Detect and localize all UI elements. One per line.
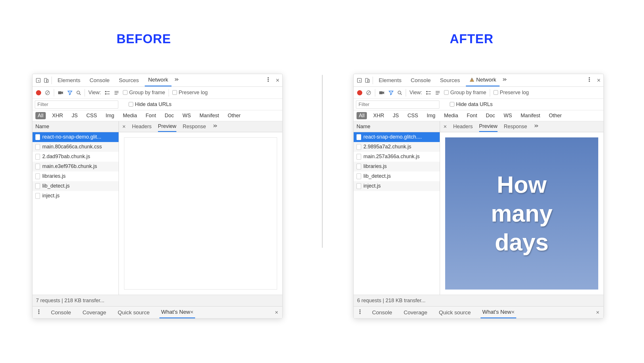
close-icon[interactable]: ×	[596, 309, 599, 316]
close-icon[interactable]: ×	[122, 123, 126, 130]
type-filter-all[interactable]: All	[35, 112, 46, 119]
close-icon[interactable]: ×	[276, 77, 279, 84]
request-row[interactable]: lib_detect.js	[33, 181, 119, 191]
request-row[interactable]: main.e3ef976b.chunk.js	[33, 162, 119, 171]
close-icon[interactable]: ×	[511, 309, 515, 315]
preserve-log-checkbox[interactable]: Preserve log	[172, 90, 208, 96]
hide-data-urls-checkbox[interactable]: Hide data URLs	[129, 101, 172, 107]
type-filter-css[interactable]: CSS	[405, 112, 420, 119]
type-filter-all[interactable]: All	[357, 112, 367, 119]
type-filter-doc[interactable]: Doc	[483, 112, 497, 119]
camera-icon[interactable]	[58, 90, 64, 95]
subtab-headers[interactable]: Headers	[453, 121, 473, 132]
type-filter-doc[interactable]: Doc	[162, 112, 176, 119]
more-subtabs-icon[interactable]	[212, 123, 218, 130]
small-rows-icon[interactable]	[114, 90, 119, 95]
drawer-tab-console[interactable]: Console	[370, 307, 394, 318]
close-icon[interactable]: ×	[443, 123, 447, 130]
subtab-response[interactable]: Response	[183, 121, 206, 132]
filter-input[interactable]	[356, 101, 439, 109]
subtab-response[interactable]: Response	[504, 121, 527, 132]
hide-data-urls-checkbox[interactable]: Hide data URLs	[450, 101, 493, 107]
type-filter-xhr[interactable]: XHR	[371, 112, 386, 119]
small-rows-icon[interactable]	[435, 90, 441, 95]
group-by-frame-checkbox[interactable]: Group by frame	[123, 90, 165, 96]
tab-console[interactable]: Console	[407, 74, 434, 86]
large-rows-icon[interactable]	[104, 90, 110, 95]
request-row[interactable]: 2.dad97bab.chunk.js	[33, 152, 119, 162]
drawer-tab-quick-source[interactable]: Quick source	[437, 307, 472, 318]
request-row[interactable]: inject.js	[354, 181, 440, 191]
clear-icon[interactable]	[366, 90, 371, 96]
preserve-log-checkbox[interactable]: Preserve log	[494, 90, 529, 96]
more-tabs-icon[interactable]	[174, 77, 179, 84]
type-filter-media[interactable]: Media	[121, 112, 139, 119]
request-row[interactable]: 2.9895a7a2.chunk.js	[354, 142, 440, 152]
tab-network[interactable]: Network	[145, 74, 172, 86]
type-filter-xhr[interactable]: XHR	[50, 112, 65, 119]
group-by-frame-checkbox[interactable]: Group by frame	[444, 90, 486, 96]
large-rows-icon[interactable]	[426, 90, 431, 95]
request-row[interactable]: inject.js	[33, 191, 119, 201]
drawer-tab-console[interactable]: Console	[49, 307, 73, 318]
close-icon[interactable]: ×	[597, 77, 601, 84]
type-filter-css[interactable]: CSS	[84, 112, 99, 119]
tab-network[interactable]: Network	[466, 74, 500, 86]
device-toggle-icon[interactable]	[43, 77, 49, 83]
camera-icon[interactable]	[379, 90, 385, 95]
drawer-tab-quick-source[interactable]: Quick source	[116, 307, 151, 318]
type-filter-ws[interactable]: WS	[180, 112, 193, 119]
drawer-menu-icon[interactable]	[37, 309, 41, 316]
more-tabs-icon[interactable]	[502, 77, 507, 84]
subtab-preview[interactable]: Preview	[158, 121, 176, 132]
subtab-headers[interactable]: Headers	[132, 121, 152, 132]
request-row[interactable]: main.257a366a.chunk.js	[354, 152, 440, 162]
type-filter-img[interactable]: Img	[424, 112, 438, 119]
menu-dots-icon[interactable]	[266, 77, 270, 84]
type-filter-manifest[interactable]: Manifest	[197, 112, 221, 119]
tab-elements[interactable]: Elements	[54, 74, 84, 86]
record-button[interactable]	[357, 90, 362, 95]
type-filter-img[interactable]: Img	[103, 112, 117, 119]
more-subtabs-icon[interactable]	[534, 123, 539, 130]
request-row[interactable]: libraries.js	[33, 171, 119, 181]
request-row[interactable]: libraries.js	[354, 162, 440, 171]
type-filter-font[interactable]: Font	[464, 112, 479, 119]
tab-elements[interactable]: Elements	[375, 74, 405, 86]
request-row[interactable]: main.80ca66ca.chunk.css	[33, 142, 119, 152]
type-filter-ws[interactable]: WS	[501, 112, 514, 119]
type-filter-js[interactable]: JS	[69, 112, 80, 119]
drawer-menu-icon[interactable]	[358, 309, 362, 316]
drawer-tab-coverage[interactable]: Coverage	[402, 307, 429, 318]
type-filter-js[interactable]: JS	[390, 112, 401, 119]
close-icon[interactable]: ×	[275, 309, 278, 316]
request-row[interactable]: react-no-snap-demo.glit...	[33, 132, 119, 142]
type-filter-other[interactable]: Other	[225, 112, 243, 119]
name-column-header[interactable]: Name	[354, 121, 440, 132]
search-icon[interactable]	[397, 90, 402, 95]
request-row[interactable]: lib_detect.js	[354, 171, 440, 181]
request-row[interactable]: react-snap-demo.glitch....	[354, 132, 440, 142]
drawer-tab-what-s-new[interactable]: What's New ×	[159, 307, 195, 318]
drawer-tab-what-s-new[interactable]: What's New ×	[481, 307, 516, 318]
type-filter-other[interactable]: Other	[546, 112, 564, 119]
inspect-icon[interactable]	[35, 77, 41, 83]
type-filter-manifest[interactable]: Manifest	[518, 112, 542, 119]
type-filter-media[interactable]: Media	[442, 112, 460, 119]
clear-icon[interactable]	[45, 90, 50, 96]
name-column-header[interactable]: Name	[33, 121, 119, 132]
tab-sources[interactable]: Sources	[437, 74, 464, 86]
menu-dots-icon[interactable]	[587, 77, 592, 84]
filter-funnel-icon[interactable]	[388, 90, 394, 95]
type-filter-font[interactable]: Font	[143, 112, 158, 119]
filter-input[interactable]	[35, 101, 118, 109]
subtab-preview[interactable]: Preview	[479, 121, 498, 132]
close-icon[interactable]: ×	[190, 309, 194, 315]
drawer-tab-coverage[interactable]: Coverage	[81, 307, 108, 318]
tab-sources[interactable]: Sources	[115, 74, 142, 86]
device-toggle-icon[interactable]	[365, 77, 370, 83]
inspect-icon[interactable]	[357, 77, 362, 83]
search-icon[interactable]	[76, 90, 81, 95]
tab-console[interactable]: Console	[86, 74, 113, 86]
record-button[interactable]	[36, 90, 41, 95]
